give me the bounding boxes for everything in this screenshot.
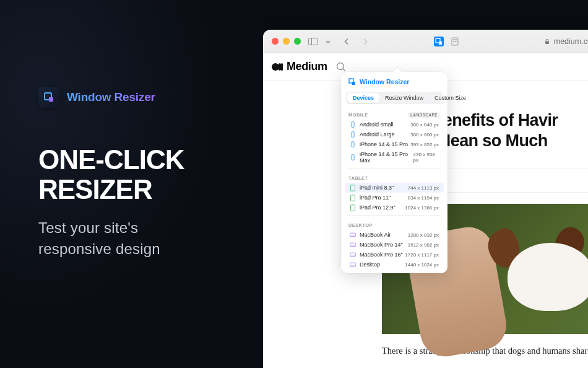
device-name: iPad Pro 12.9" [360,204,396,211]
headline-line-2: RESIZER [38,174,152,204]
reader-icon[interactable] [450,37,460,46]
svg-rect-5 [439,42,442,45]
svg-rect-1 [49,97,53,102]
app-icon [38,87,59,108]
search-button[interactable] [335,61,347,73]
svg-rect-16 [352,122,354,128]
screenshot-panel: medium.com ᵃA [263,0,588,368]
desktop-icon [350,261,356,268]
svg-rect-21 [350,195,355,200]
landscape-badge[interactable]: LANDSCAPE [408,112,440,118]
device-resolution: 1512 x 982 px [408,242,439,248]
device-row[interactable]: iPad Pro 12.9"1024 x 1366 px [345,203,444,212]
close-window-button[interactable] [272,38,279,45]
device-resolution: 744 x 1113 px [408,185,439,191]
popover-tabs: Devices Resize Window Custom Size [346,92,443,104]
subhead: Test your site's responsive design [38,217,263,260]
device-name: MacBook Pro 14" [360,242,403,248]
device-resolution: 360 x 640 px [410,122,439,128]
back-button[interactable] [342,37,352,46]
device-resolution: 393 x 852 px [410,142,439,147]
svg-rect-23 [350,233,356,236]
subhead-line-1: Test your site's [38,219,138,236]
url-text: medium.com [554,37,588,46]
svg-point-11 [337,63,344,69]
device-resolution: 430 x 938 px [413,152,439,163]
tab-custom-size[interactable]: Custom Size [429,93,472,103]
app-name: Window Resizer [67,90,155,104]
phone-icon [350,121,356,128]
tablet-icon [350,185,356,191]
device-name: iPad mini 8.3" [360,185,394,191]
device-name: Desktop [360,261,380,268]
device-row[interactable]: MacBook Air1280 x 832 px [345,230,444,240]
device-resolution: 1280 x 832 px [408,232,439,238]
sidebar-toggle-button[interactable] [308,37,318,46]
device-resolution: 1024 x 1366 px [405,205,439,211]
svg-rect-25 [350,243,356,246]
device-name: Android small [360,121,394,128]
desktop-icon [350,232,356,238]
tablet-icon [350,204,356,211]
device-resolution: 834 x 1194 px [408,195,439,201]
section-tablet-label: TABLET [348,175,368,181]
device-row[interactable]: MacBook Pro 16"1728 x 1117 px [345,250,444,260]
device-row[interactable]: MacBook Pro 14"1512 x 982 px [345,240,444,250]
device-row[interactable]: Android Large360 x 800 px [345,129,444,139]
device-resolution: 1440 x 1024 px [405,262,439,268]
desktop-icon [350,242,356,248]
app-brand: Window Resizer [38,87,263,108]
subhead-line-2: responsive design [38,240,160,257]
popover-title-text: Window Resizer [360,78,409,85]
marketing-panel: Window Resizer ONE-CLICK RESIZER Test yo… [0,0,263,368]
traffic-lights [272,38,301,45]
headline: ONE-CLICK RESIZER [38,145,263,204]
section-mobile-header: MOBILE LANDSCAPE [341,108,447,120]
device-row[interactable]: iPhone 14 & 15 Pro393 x 852 px [345,139,444,149]
svg-line-12 [343,69,345,71]
section-desktop-header: DESKTOP [341,218,447,230]
svg-rect-19 [352,155,354,160]
svg-rect-18 [352,142,354,147]
page-body: Medium ecies: Benefits of Havir y They M… [263,53,588,368]
device-row[interactable]: iPhone 14 & 15 Pro Max430 x 938 px [345,149,444,165]
device-name: iPhone 14 & 15 Pro Max [360,151,413,164]
popover-title: Window Resizer [341,77,447,89]
tab-resize-window[interactable]: Resize Window [379,93,429,103]
headline-line-1: ONE-CLICK [38,144,184,175]
device-name: Android Large [360,131,395,138]
resizer-popover: Window Resizer Devices Resize Window Cus… [341,72,447,273]
svg-rect-2 [309,38,318,45]
svg-rect-29 [350,263,356,266]
device-row[interactable]: iPad Pro 11"834 x 1194 px [345,193,444,203]
device-name: iPhone 14 & 15 Pro [360,141,408,147]
device-name: MacBook Air [360,232,391,238]
extension-button[interactable] [434,37,444,46]
device-name: MacBook Pro 16" [360,252,403,258]
device-row[interactable]: Android small360 x 640 px [345,120,444,129]
tablet-icon [350,195,356,201]
svg-rect-22 [350,204,355,210]
device-resolution: 360 x 800 px [410,132,439,138]
medium-logo[interactable]: Medium [272,60,327,73]
section-mobile-label: MOBILE [348,112,368,118]
browser-window: medium.com ᵃA [263,30,588,368]
section-tablet-header: TABLET [341,171,447,183]
tab-devices[interactable]: Devices [347,93,379,103]
app-icon-small [348,78,356,85]
device-resolution: 1728 x 1117 px [405,252,439,258]
svg-rect-20 [350,185,355,190]
forward-button[interactable] [360,37,370,46]
address-bar[interactable]: medium.com [544,37,588,46]
svg-rect-15 [352,82,355,85]
phone-icon [350,154,356,160]
minimize-window-button[interactable] [283,38,290,45]
maximize-window-button[interactable] [294,38,301,45]
device-row[interactable]: Desktop1440 x 1024 px [345,260,444,269]
section-desktop-label: DESKTOP [348,222,373,228]
tab-overview-icon[interactable] [323,37,333,46]
browser-toolbar: medium.com ᵃA [263,30,588,53]
phone-icon [350,141,356,147]
device-name: iPad Pro 11" [360,195,391,201]
device-row[interactable]: iPad mini 8.3"744 x 1113 px [345,183,444,193]
